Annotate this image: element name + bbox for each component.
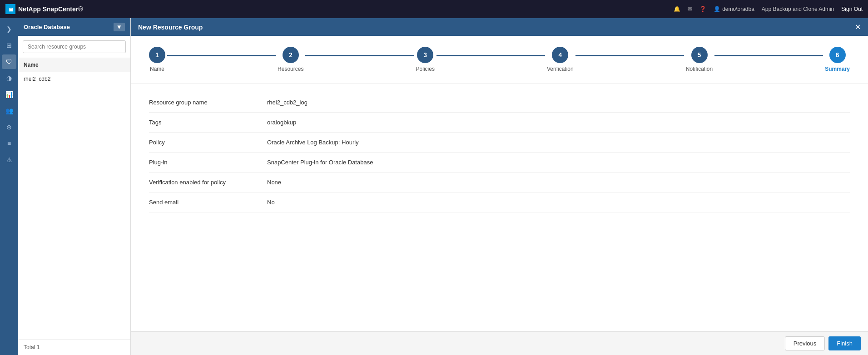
field-value-2: Oracle Archive Log Backup: Hourly [267, 139, 359, 146]
form-row-4: Verification enabled for policy None [149, 173, 850, 192]
step-4-label: Verification [547, 66, 574, 72]
step-2: 2 Resources [278, 47, 303, 72]
previous-button[interactable]: Previous [785, 336, 825, 350]
step-1-circle: 1 [149, 47, 165, 63]
step-3-label: Policies [416, 66, 435, 72]
step-1: 1 Name [149, 47, 165, 72]
sidebar-grid-icon[interactable]: ⊞ [2, 38, 16, 53]
sidebar-chart-icon[interactable]: 📊 [2, 87, 16, 102]
field-label-4: Verification enabled for policy [149, 179, 267, 186]
step-5-circle: 5 [691, 47, 708, 63]
dialog-header: New Resource Group ✕ [131, 18, 868, 36]
step-6-label: Summary [825, 66, 850, 72]
mail-icon[interactable]: ✉ [688, 6, 692, 12]
connector-2-3 [305, 55, 414, 56]
field-value-3: SnapCenter Plug-in for Oracle Database [267, 159, 373, 166]
dialog-body: 1 Name 2 Resources 3 [131, 36, 868, 331]
form-content: Resource group name rhel2_cdb2_log Tags … [131, 84, 868, 222]
step-3-circle: 3 [417, 47, 433, 63]
search-box [18, 36, 130, 58]
connector-5-6 [714, 55, 823, 56]
main-layout: ❯ ⊞ 🛡 ◑ 📊 👥 ⊛ ≡ ⚠ Oracle Database ▼ Name… [0, 18, 868, 355]
step-2-label: Resources [278, 66, 303, 72]
field-label-1: Tags [149, 119, 267, 126]
sidebar-settings-icon[interactable]: ≡ [2, 136, 16, 151]
bell-icon[interactable]: 🔔 [674, 6, 680, 12]
finish-button[interactable]: Finish [828, 336, 861, 350]
list-header: Name [18, 58, 130, 72]
topbar-right: 🔔 ✉ ❓ 👤 demo\oradba App Backup and Clone… [674, 6, 863, 12]
user-info: 👤 demo\oradba [714, 6, 754, 12]
dialog-title: New Resource Group [138, 24, 203, 31]
topbar: ▣ NetApp SnapCenter® 🔔 ✉ ❓ 👤 demo\oradba… [0, 0, 868, 18]
field-value-1: oralogbkup [267, 119, 296, 126]
form-row-1: Tags oralogbkup [149, 113, 850, 133]
field-label-3: Plug-in [149, 159, 267, 166]
form-row-2: Policy Oracle Archive Log Backup: Hourly [149, 133, 850, 153]
panel-footer: Total 1 [18, 339, 130, 355]
app-name: NetApp SnapCenter® [18, 5, 83, 13]
netapp-logo: ▣ NetApp SnapCenter® [5, 4, 83, 14]
connector-1-2 [167, 55, 276, 56]
step-3: 3 Policies [416, 47, 435, 72]
field-value-5: No [267, 199, 275, 206]
sidebar-expand-icon[interactable]: ❯ [2, 22, 16, 36]
field-label-5: Send email [149, 199, 267, 206]
sidebar-shield-icon[interactable]: 🛡 [2, 54, 16, 69]
connector-4-5 [575, 55, 684, 56]
main-content: New Resource Group ✕ 1 Name 2 [131, 18, 868, 355]
netapp-icon: ▣ [5, 4, 15, 14]
step-1-label: Name [150, 66, 164, 72]
sign-out-link[interactable]: Sign Out [841, 6, 863, 12]
dialog-close-button[interactable]: ✕ [855, 23, 861, 31]
list-item[interactable]: rhel2_cdb2 [18, 72, 130, 86]
connector-3-4 [436, 55, 545, 56]
step-6: 6 Summary [825, 47, 850, 72]
form-row-3: Plug-in SnapCenter Plug-in for Oracle Da… [149, 153, 850, 173]
resource-panel: Oracle Database ▼ Name rhel2_cdb2 Total … [18, 18, 131, 355]
step-2-circle: 2 [283, 47, 299, 63]
resource-panel-header: Oracle Database ▼ [18, 18, 130, 36]
help-icon[interactable]: ❓ [699, 6, 706, 12]
panel-title: Oracle Database [24, 24, 70, 30]
sidebar-activity-icon[interactable]: ◑ [2, 71, 16, 85]
panel-dropdown-button[interactable]: ▼ [114, 23, 125, 31]
topbar-left: ▣ NetApp SnapCenter® [5, 4, 83, 14]
sidebar-icons: ❯ ⊞ 🛡 ◑ 📊 👥 ⊛ ≡ ⚠ [0, 18, 18, 355]
field-label-2: Policy [149, 139, 267, 146]
form-row-5: Send email No [149, 192, 850, 212]
step-4: 4 Verification [547, 47, 574, 72]
sidebar-alert-icon[interactable]: ⚠ [2, 153, 16, 167]
step-4-circle: 4 [552, 47, 568, 63]
field-value-0: rhel2_cdb2_log [267, 99, 308, 106]
step-5: 5 Notification [686, 47, 713, 72]
field-value-4: None [267, 179, 281, 186]
sidebar-users-icon[interactable]: 👥 [2, 104, 16, 118]
role-label: App Backup and Clone Admin [762, 6, 834, 12]
step-6-circle: 6 [829, 47, 846, 63]
stepper: 1 Name 2 Resources 3 [131, 36, 868, 84]
step-5-label: Notification [686, 66, 713, 72]
search-input[interactable] [23, 40, 126, 53]
user-icon: 👤 [714, 6, 720, 12]
form-row-0: Resource group name rhel2_cdb2_log [149, 93, 850, 113]
sidebar-topology-icon[interactable]: ⊛ [2, 120, 16, 134]
username: demo\oradba [722, 6, 754, 12]
field-label-0: Resource group name [149, 99, 267, 106]
dialog-footer: Previous Finish [131, 331, 868, 355]
